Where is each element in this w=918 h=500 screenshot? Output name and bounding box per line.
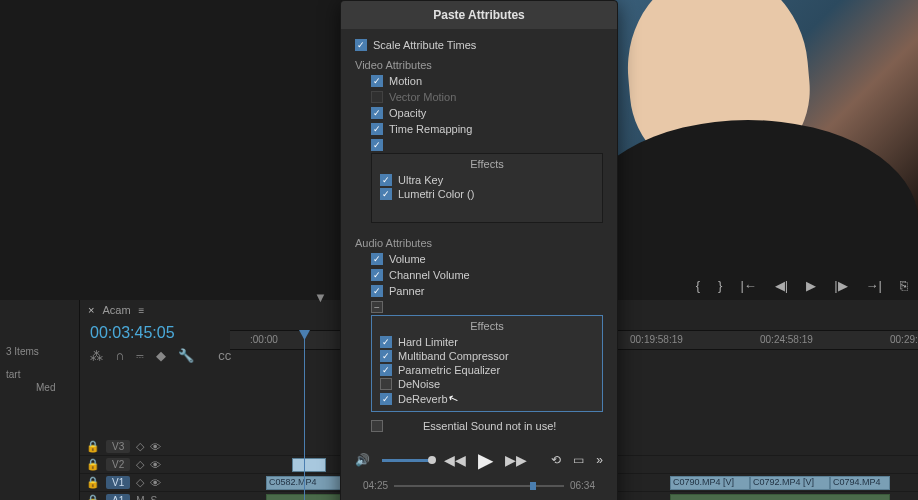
hard-limiter-checkbox[interactable] xyxy=(380,336,392,348)
ultra-key-checkbox[interactable] xyxy=(380,174,392,186)
ruler-tick-0: :00:00 xyxy=(250,334,278,345)
step-fwd-icon[interactable]: |▶ xyxy=(834,278,847,293)
go-in-icon[interactable]: |← xyxy=(740,278,756,293)
motion-checkbox[interactable] xyxy=(371,75,383,87)
time-remap-checkbox[interactable] xyxy=(371,123,383,135)
essential-sound-checkbox[interactable] xyxy=(371,420,383,432)
volume-label: Volume xyxy=(389,253,426,265)
channel-volume-checkbox[interactable] xyxy=(371,269,383,281)
ruler-tick-2: 00:24:58:19 xyxy=(760,334,813,345)
motion-label: Motion xyxy=(389,75,422,87)
eye-icon[interactable]: 👁 xyxy=(150,459,161,471)
play-icon[interactable]: ▶ xyxy=(806,278,816,293)
track-toggle-icon[interactable]: ◇ xyxy=(136,440,144,453)
cursor-icon: ↖ xyxy=(445,391,459,408)
player-play-icon[interactable]: ▶ xyxy=(478,448,493,472)
dereverb-label: DeReverb xyxy=(398,393,448,405)
audio-effects-heading: Effects xyxy=(376,320,598,335)
track-v1-label[interactable]: V1 xyxy=(106,476,130,489)
track-toggle-icon[interactable]: ◇ xyxy=(136,476,144,489)
volume-checkbox[interactable] xyxy=(371,253,383,265)
mute-icon[interactable]: M xyxy=(136,495,144,500)
caption-icon[interactable]: cc xyxy=(218,348,231,363)
denoise-label: DeNoise xyxy=(398,378,440,390)
hard-limiter-label: Hard Limiter xyxy=(398,336,458,348)
sort-col-2[interactable]: Med xyxy=(36,382,73,393)
track-v3-label[interactable]: V3 xyxy=(106,440,130,453)
player-prev-icon[interactable]: ◀◀ xyxy=(444,452,466,468)
dialog-title: Paste Attributes xyxy=(341,1,617,29)
multiband-checkbox[interactable] xyxy=(380,350,392,362)
lock-icon[interactable]: 🔒 xyxy=(86,458,100,471)
marker-icon[interactable]: ◆ xyxy=(156,348,166,363)
items-count: 3 Items xyxy=(6,346,73,357)
multiband-label: Multiband Compressor xyxy=(398,350,509,362)
track-v2-label[interactable]: V2 xyxy=(106,458,130,471)
lumetri-label: Lumetri Color () xyxy=(398,188,474,200)
wrench-icon[interactable]: 🔧 xyxy=(178,348,194,363)
player-loop-icon[interactable]: ⟲ xyxy=(551,453,561,467)
eye-icon[interactable]: 👁 xyxy=(150,477,161,489)
sequence-tab[interactable]: Acam xyxy=(102,304,130,316)
clip-c0792[interactable]: C0792.MP4 [V] xyxy=(750,476,830,490)
channel-volume-label: Channel Volume xyxy=(389,269,470,281)
dereverb-checkbox[interactable] xyxy=(380,393,392,405)
step-back-icon[interactable]: ◀| xyxy=(775,278,788,293)
vector-motion-checkbox xyxy=(371,91,383,103)
denoise-checkbox[interactable] xyxy=(380,378,392,390)
sort-col-1[interactable]: tart xyxy=(6,369,73,380)
go-out-icon[interactable]: →| xyxy=(866,278,882,293)
lock-icon[interactable]: 🔒 xyxy=(86,440,100,453)
ultra-key-label: Ultra Key xyxy=(398,174,443,186)
audio-effects-master-checkbox[interactable] xyxy=(371,301,383,313)
scrub-slider[interactable] xyxy=(394,485,564,487)
scale-times-label: Scale Attribute Times xyxy=(373,39,476,51)
volume-slider[interactable] xyxy=(382,459,432,462)
audio-effects-list: Effects Hard Limiter Multiband Compresso… xyxy=(371,315,603,412)
scale-times-checkbox[interactable] xyxy=(355,39,367,51)
player-pip-icon[interactable]: ▭ xyxy=(573,453,584,467)
solo-icon[interactable]: S xyxy=(151,495,158,500)
program-monitor-preview xyxy=(608,0,918,270)
lock-icon[interactable]: 🔒 xyxy=(86,494,100,500)
time-remap-label: Time Remapping xyxy=(389,123,472,135)
mark-out-icon[interactable]: } xyxy=(718,278,722,293)
essential-sound-label: Essential Sound not in use! xyxy=(423,420,556,432)
snap-icon[interactable]: ⁂ xyxy=(90,348,103,363)
panner-checkbox[interactable] xyxy=(371,285,383,297)
link-icon[interactable]: ⎓ xyxy=(136,348,144,363)
playhead[interactable] xyxy=(304,330,305,500)
audio-preview-player: 🔊 ◀◀ ▶ ▶▶ ⟲ ▭ » 04:25 06:34 xyxy=(355,442,603,497)
video-effects-master-checkbox[interactable] xyxy=(371,139,383,151)
video-attributes-heading: Video Attributes xyxy=(355,59,603,71)
player-next-icon[interactable]: ▶▶ xyxy=(505,452,527,468)
mark-in-icon[interactable]: { xyxy=(696,278,700,293)
speaker-icon[interactable]: 🔊 xyxy=(355,453,370,467)
lock-icon[interactable]: 🔒 xyxy=(86,476,100,489)
eye-icon[interactable]: 👁 xyxy=(150,441,161,453)
lumetri-checkbox[interactable] xyxy=(380,188,392,200)
clip-v2-1[interactable] xyxy=(292,458,326,472)
filter-icon[interactable]: ▼ xyxy=(314,290,327,305)
clip-c0794[interactable]: C0794.MP4 xyxy=(830,476,890,490)
vector-motion-label: Vector Motion xyxy=(389,91,456,103)
clip-c0790[interactable]: C0790.MP4 [V] xyxy=(670,476,750,490)
video-effects-list: Effects Ultra Key Lumetri Color () xyxy=(371,153,603,223)
parametric-eq-checkbox[interactable] xyxy=(380,364,392,376)
audio-clip-2[interactable] xyxy=(670,494,890,501)
track-a1-label[interactable]: A1 xyxy=(106,494,130,500)
track-toggle-icon[interactable]: ◇ xyxy=(136,458,144,471)
project-panel: 3 Items tart Med xyxy=(0,300,80,500)
scrub-duration: 06:34 xyxy=(570,480,595,491)
ruler-tick-3: 00:29:58:04 xyxy=(890,334,918,345)
opacity-checkbox[interactable] xyxy=(371,107,383,119)
player-more-icon[interactable]: » xyxy=(596,453,603,467)
panner-label: Panner xyxy=(389,285,424,297)
video-effects-heading: Effects xyxy=(376,158,598,173)
export-frame-icon[interactable]: ⎘ xyxy=(900,278,908,293)
transport-controls: { } |← ◀| ▶ |▶ →| ⎘ xyxy=(696,278,908,293)
paste-attributes-dialog: Paste Attributes Scale Attribute Times V… xyxy=(340,0,618,500)
magnet-icon[interactable]: ∩ xyxy=(115,348,124,363)
scrub-current-time: 04:25 xyxy=(363,480,388,491)
parametric-eq-label: Parametric Equalizer xyxy=(398,364,500,376)
